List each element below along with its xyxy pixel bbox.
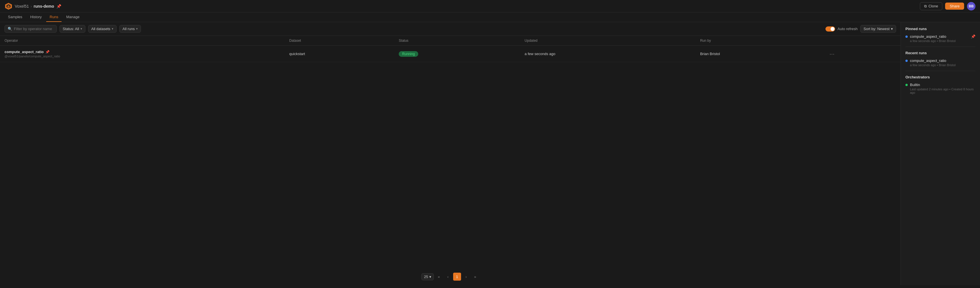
datasets-filter-chevron-icon: ▾: [112, 27, 113, 31]
prev-page-button[interactable]: ‹: [444, 273, 452, 281]
orchestrators-list: Builtin Last updated 2 minutes ago • Cre…: [905, 83, 975, 94]
sidebar-divider-1: [905, 46, 975, 47]
table-header-row: Operator Dataset Status Updated Run by: [0, 36, 900, 46]
col-dataset: Dataset: [285, 36, 394, 46]
runs-table: Operator Dataset Status Updated Run by c…: [0, 36, 900, 62]
page-size-value: 25: [424, 275, 428, 279]
cell-dataset: quickstart: [285, 46, 394, 62]
run-name[interactable]: compute_aspect_ratio: [910, 34, 969, 38]
clone-icon: ⧉: [924, 4, 927, 8]
datasets-filter-label: All datasets: [91, 27, 110, 31]
auto-refresh-toggle[interactable]: [826, 26, 835, 32]
operator-name: compute_aspect_ratio 📌: [5, 50, 280, 54]
table-row[interactable]: compute_aspect_ratio 📌 @voxel51/panels/c…: [0, 46, 900, 62]
org-name[interactable]: Voxel51: [15, 4, 29, 8]
sort-label: Sort by: Newest: [864, 27, 889, 31]
orchestrator-meta: Last updated 2 minutes ago • Created 8 h…: [910, 88, 975, 94]
status-filter-label: Status: All: [63, 27, 79, 31]
status-filter-chevron-icon: ▾: [81, 27, 82, 31]
sort-chevron-icon: ▾: [891, 27, 893, 31]
top-bar-right: ⧉ Clone Share BB: [920, 2, 975, 11]
first-page-button[interactable]: «: [435, 273, 443, 281]
runs-filter-dropdown[interactable]: All runs ▾: [119, 25, 141, 33]
orchestrators-title: Orchestrators: [905, 75, 975, 79]
run-meta: a few seconds ago • Brian Bristol: [910, 63, 975, 67]
voxel51-logo-icon: [5, 2, 13, 10]
orchestrator-info: Builtin Last updated 2 minutes ago • Cre…: [910, 83, 975, 94]
col-run-by: Run by: [695, 36, 823, 46]
tab-runs[interactable]: Runs: [46, 13, 62, 22]
sort-dropdown[interactable]: Sort by: Newest ▾: [860, 25, 896, 33]
pagination: 25 ▾ « ‹ 1 › »: [0, 268, 900, 285]
operator-path: @voxel51/panels/compute_aspect_ratio: [5, 54, 280, 58]
top-bar-left: Voxel51 › runs-demo 📌: [5, 2, 61, 10]
status-filter-dropdown[interactable]: Status: All ▾: [60, 25, 85, 33]
content-area: 🔍 Status: All ▾ All datasets ▾ All runs …: [0, 22, 900, 285]
auto-refresh-row: Auto refresh: [826, 26, 858, 32]
col-actions: [823, 36, 900, 46]
pinned-runs-list: compute_aspect_ratio a few seconds ago •…: [905, 34, 975, 43]
project-name[interactable]: runs-demo: [34, 4, 54, 8]
tab-samples[interactable]: Samples: [5, 13, 26, 22]
cell-status: Running: [394, 46, 520, 62]
datasets-filter-dropdown[interactable]: All datasets ▾: [88, 25, 116, 33]
main-layout: 🔍 Status: All ▾ All datasets ▾ All runs …: [0, 22, 980, 285]
recent-run-item: compute_aspect_ratio a few seconds ago •…: [905, 59, 975, 67]
breadcrumb: Voxel51 › runs-demo: [15, 4, 54, 8]
orchestrator-item: Builtin Last updated 2 minutes ago • Cre…: [905, 83, 975, 94]
nav-tabs: Samples History Runs Manage: [0, 13, 980, 22]
col-operator: Operator: [0, 36, 285, 46]
run-status-dot: [905, 35, 908, 38]
orchestrator-name[interactable]: Builtin: [910, 83, 975, 87]
runs-filter-label: All runs: [123, 27, 135, 31]
current-page-button[interactable]: 1: [453, 273, 461, 281]
recent-runs-title: Recent runs: [905, 51, 975, 55]
share-button[interactable]: Share: [945, 3, 964, 10]
runs-table-container: Operator Dataset Status Updated Run by c…: [0, 36, 900, 268]
cell-updated: a few seconds ago: [520, 46, 695, 62]
filter-bar: 🔍 Status: All ▾ All datasets ▾ All runs …: [0, 22, 900, 36]
status-badge: Running: [399, 51, 418, 57]
auto-refresh-label: Auto refresh: [837, 27, 858, 31]
page-size-selector[interactable]: 25 ▾: [422, 273, 434, 280]
orchestrator-status-dot: [905, 84, 908, 86]
top-bar: Voxel51 › runs-demo 📌 ⧉ Clone Share BB: [0, 0, 980, 13]
search-box[interactable]: 🔍: [5, 25, 57, 33]
pin-project-icon[interactable]: 📌: [56, 4, 61, 8]
cell-actions: ⋯: [823, 46, 900, 62]
pinned-runs-title: Pinned runs: [905, 27, 975, 31]
col-updated: Updated: [520, 36, 695, 46]
avatar[interactable]: BB: [967, 2, 975, 11]
run-status-dot: [905, 60, 908, 62]
pin-icon[interactable]: 📌: [45, 50, 49, 54]
pinned-run-item: compute_aspect_ratio a few seconds ago •…: [905, 34, 975, 43]
row-more-button[interactable]: ⋯: [828, 50, 836, 58]
col-status: Status: [394, 36, 520, 46]
breadcrumb-sep: ›: [30, 4, 32, 8]
tab-manage[interactable]: Manage: [63, 13, 83, 22]
right-sidebar: Pinned runs compute_aspect_ratio a few s…: [900, 22, 980, 285]
recent-runs-list: compute_aspect_ratio a few seconds ago •…: [905, 59, 975, 67]
unpin-button[interactable]: 📌: [971, 34, 975, 38]
search-input[interactable]: [14, 27, 54, 31]
runs-filter-chevron-icon: ▾: [136, 27, 138, 31]
clone-button[interactable]: ⧉ Clone: [920, 2, 942, 10]
run-meta: a few seconds ago • Brian Bristol: [910, 39, 969, 43]
run-name[interactable]: compute_aspect_ratio: [910, 59, 975, 63]
cell-operator: compute_aspect_ratio 📌 @voxel51/panels/c…: [0, 46, 285, 62]
page-size-chevron-icon: ▾: [429, 275, 431, 279]
tab-history[interactable]: History: [27, 13, 45, 22]
cell-run-by: Brian Bristol: [695, 46, 823, 62]
clone-label: Clone: [928, 4, 938, 8]
search-icon: 🔍: [8, 27, 12, 31]
run-info: compute_aspect_ratio a few seconds ago •…: [910, 34, 969, 43]
next-page-button[interactable]: ›: [462, 273, 470, 281]
last-page-button[interactable]: »: [471, 273, 479, 281]
run-info: compute_aspect_ratio a few seconds ago •…: [910, 59, 975, 67]
